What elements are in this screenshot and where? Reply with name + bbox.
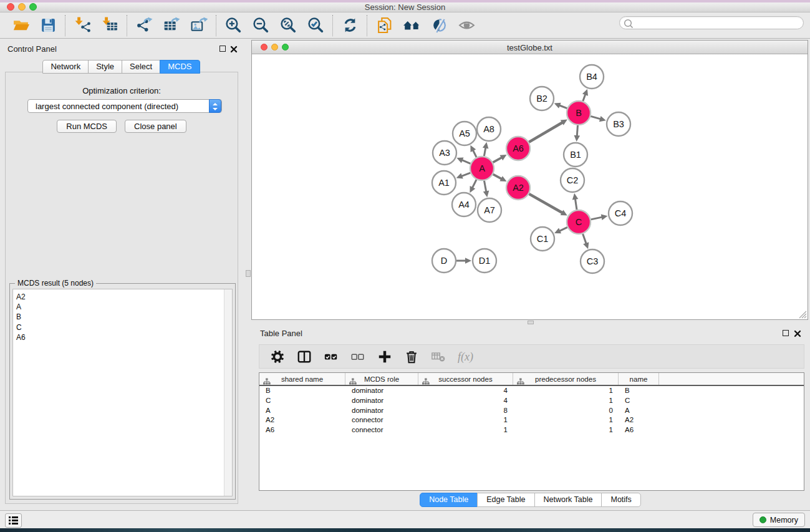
graph-edge-B-B2[interactable] <box>554 103 567 109</box>
column-header-successor-nodes[interactable]: successor nodes <box>418 373 513 385</box>
zoom-in-button[interactable] <box>224 16 243 35</box>
table-row[interactable]: Adominator80A <box>259 406 804 416</box>
toggle-column-view-button[interactable] <box>296 349 312 365</box>
zoom-fit-content-button[interactable] <box>279 16 297 35</box>
mcds-result-item[interactable]: A6 <box>13 332 232 342</box>
column-header-MCDS-role[interactable]: MCDS role <box>345 373 418 385</box>
table-row[interactable]: Cdominator41C <box>259 396 804 406</box>
import-table-from-file-button[interactable] <box>100 16 119 35</box>
network-window-titlebar[interactable]: testGlobe.txt <box>252 41 808 54</box>
task-history-button[interactable] <box>5 513 22 528</box>
close-panel-button[interactable]: Close panel <box>125 120 186 133</box>
import-network-from-file-button[interactable] <box>73 16 92 35</box>
apply-preferred-layout-button[interactable] <box>340 16 359 35</box>
table-row[interactable]: A6connector11A6 <box>259 425 804 435</box>
search-field[interactable] <box>619 16 804 29</box>
graph-node-A4[interactable]: A4 <box>452 193 476 216</box>
graph-edge-A-A5[interactable] <box>470 145 476 157</box>
select-all-columns-button[interactable] <box>323 349 339 365</box>
show-all-button[interactable] <box>457 16 476 35</box>
new-network-from-selection-button[interactable] <box>375 16 393 35</box>
graph-edge-A-A6[interactable] <box>493 155 507 162</box>
tab-edge-table[interactable]: Edge Table <box>477 493 534 507</box>
mcds-result-item[interactable]: C <box>13 322 232 332</box>
graph-edge-B-B3[interactable] <box>591 116 606 122</box>
graph-node-D1[interactable]: D1 <box>473 249 496 273</box>
tab-mcds[interactable]: MCDS <box>160 60 200 74</box>
table-row[interactable]: Bdominator41B <box>259 386 804 396</box>
float-table-panel-icon[interactable] <box>783 330 789 336</box>
tab-motifs[interactable]: Motifs <box>601 493 640 507</box>
graph-edge-A-A8[interactable] <box>483 142 489 157</box>
tab-select[interactable]: Select <box>122 60 160 74</box>
mcds-result-item[interactable]: B <box>13 312 232 322</box>
column-header-predecessor-nodes[interactable]: predecessor nodes <box>513 373 619 385</box>
graph-edge-B-B1[interactable] <box>574 125 581 142</box>
mcds-result-list[interactable]: A2ABCA6 <box>12 289 233 496</box>
horizontal-splitter-handle[interactable] <box>528 321 534 324</box>
graph-node-A[interactable]: A <box>470 157 494 180</box>
tab-network-table[interactable]: Network Table <box>534 493 602 507</box>
graph-edge-B-B4[interactable] <box>582 89 588 102</box>
zoom-out-button[interactable] <box>251 16 270 35</box>
graph-edge-C-C3[interactable] <box>583 234 589 249</box>
export-table-button[interactable] <box>162 16 181 35</box>
column-header-shared-name[interactable]: shared name <box>259 373 345 385</box>
graph-edge-A-A2[interactable] <box>493 174 507 181</box>
graph-node-B[interactable]: B <box>567 101 591 125</box>
close-table-panel-icon[interactable] <box>794 330 801 337</box>
network-canvas[interactable]: AA1A2A3A4A5A6A7A8BB1B2B3B4CC1C2C3C4DD1 <box>252 54 808 319</box>
graph-node-A1[interactable]: A1 <box>432 171 456 195</box>
graph-edge-A-A4[interactable] <box>470 180 476 193</box>
create-new-column-button[interactable] <box>377 349 393 365</box>
graph-node-C3[interactable]: C3 <box>581 249 604 273</box>
graph-node-A5[interactable]: A5 <box>453 122 476 145</box>
table-row[interactable]: A2connector11A2 <box>259 415 804 425</box>
graph-node-A2[interactable]: A2 <box>506 176 530 200</box>
graph-node-B2[interactable]: B2 <box>530 87 554 110</box>
graph-node-A7[interactable]: A7 <box>478 198 501 222</box>
graph-node-C2[interactable]: C2 <box>561 168 584 192</box>
graph-edge-A6-B[interactable] <box>529 120 567 142</box>
mcds-result-item[interactable]: A <box>13 302 232 312</box>
optimization-criterion-select[interactable]: largest connected component (directed) <box>27 99 222 113</box>
search-input[interactable] <box>635 17 798 28</box>
graph-node-C[interactable]: C <box>567 210 591 234</box>
first-neighbors-button[interactable] <box>402 16 421 35</box>
graph-node-C4[interactable]: C4 <box>609 201 632 225</box>
graph-edge-A2-C[interactable] <box>529 194 567 216</box>
delete-columns-button[interactable] <box>403 349 420 365</box>
mcds-result-item[interactable]: A2 <box>13 292 232 302</box>
open-session-button[interactable] <box>11 16 30 35</box>
float-panel-icon[interactable] <box>219 46 226 52</box>
graph-edge-A-A1[interactable] <box>456 173 471 179</box>
graph-edge-C-C4[interactable] <box>591 215 608 220</box>
graph-node-B4[interactable]: B4 <box>580 65 604 89</box>
column-header-name[interactable]: name <box>619 373 659 385</box>
vertical-splitter-handle[interactable] <box>246 270 251 277</box>
run-mcds-button[interactable]: Run MCDS <box>57 120 117 133</box>
tab-node-table[interactable]: Node Table <box>420 493 478 507</box>
graph-node-A6[interactable]: A6 <box>506 137 530 160</box>
graph-node-D[interactable]: D <box>432 249 456 273</box>
close-panel-icon[interactable] <box>230 46 238 53</box>
graph-node-A3[interactable]: A3 <box>433 141 456 165</box>
scrollbar-track[interactable] <box>224 289 232 496</box>
graph-node-C1[interactable]: C1 <box>531 227 554 251</box>
memory-button[interactable]: Memory <box>753 513 805 527</box>
export-image-button[interactable] <box>190 16 208 35</box>
graph-edge-D-D1[interactable] <box>456 258 471 264</box>
export-network-button[interactable] <box>135 16 153 35</box>
zoom-selected-region-button[interactable] <box>306 16 325 35</box>
graph-edge-C-C2[interactable] <box>572 193 579 210</box>
resize-grip-icon[interactable] <box>798 309 807 319</box>
graph-node-A8[interactable]: A8 <box>477 117 501 141</box>
tab-style[interactable]: Style <box>88 60 122 74</box>
graph-node-B1[interactable]: B1 <box>564 143 587 167</box>
graph-edge-A-A7[interactable] <box>483 181 489 198</box>
graph-node-B3[interactable]: B3 <box>607 112 630 136</box>
save-session-button[interactable] <box>39 16 57 35</box>
graph-edge-A-A3[interactable] <box>456 158 470 164</box>
graph-edge-C-C1[interactable] <box>554 227 567 233</box>
hide-selected-button[interactable] <box>430 16 448 35</box>
